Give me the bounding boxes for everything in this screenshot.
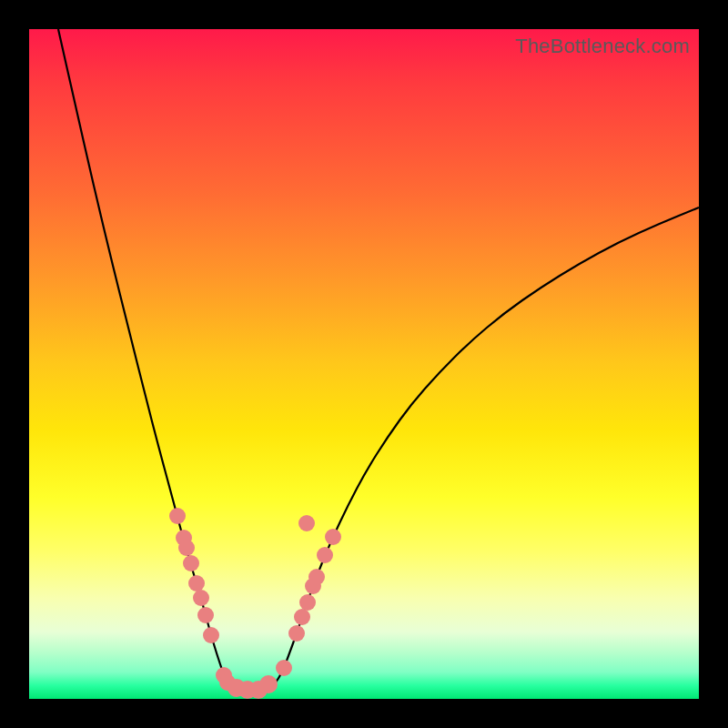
data-marker [288, 625, 305, 642]
data-marker [299, 594, 316, 611]
data-marker [276, 660, 292, 676]
data-marker [308, 569, 325, 585]
data-marker [259, 675, 278, 693]
data-marker [317, 547, 333, 563]
data-marker [203, 627, 219, 643]
watermark-label: TheBottleneck.com [515, 35, 690, 58]
data-marker [294, 609, 310, 625]
chart-svg [29, 29, 699, 699]
data-marker [298, 515, 315, 531]
data-marker [193, 590, 209, 606]
marker-group [169, 508, 341, 699]
data-marker [169, 508, 186, 524]
curve-right-branch [284, 207, 699, 668]
data-marker [197, 607, 214, 623]
chart-plot-area: TheBottleneck.com [29, 29, 699, 699]
data-marker [183, 555, 199, 571]
data-marker [188, 575, 205, 592]
data-marker [178, 540, 195, 556]
data-marker [325, 529, 341, 545]
